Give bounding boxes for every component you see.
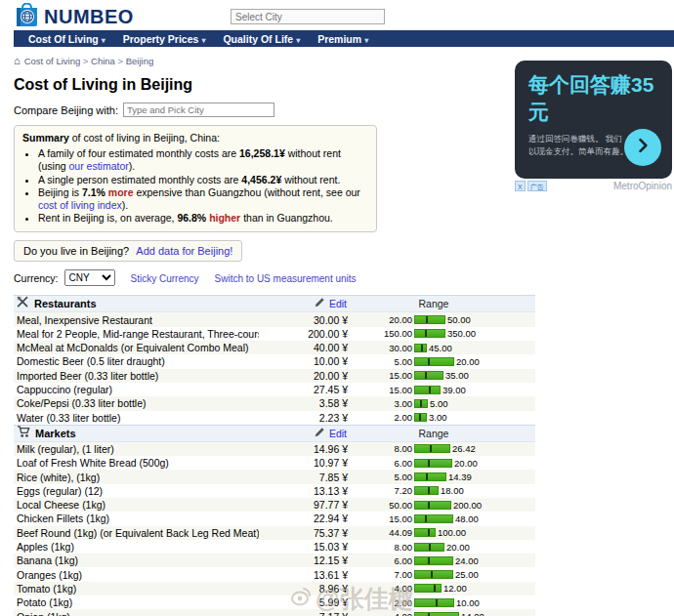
survey-ad[interactable]: 每个回答赚35元 通过回答问卷赚钱。 我们以现金支付。简单而有趣。: [515, 61, 672, 179]
breadcrumb-link-beijing[interactable]: Beijing: [126, 56, 154, 66]
table-row: McMeal at McDonalds (or Equivalent Combo…: [14, 341, 535, 354]
item-label: Coke/Pepsi (0.33 liter bottle): [14, 397, 259, 409]
home-icon[interactable]: ⌂: [14, 56, 21, 66]
add-data-link[interactable]: Add data for Beijing!: [136, 245, 232, 257]
range-high: 39.00: [441, 385, 466, 395]
table-row: Potato (1kg)5.99 ¥2.0010.00: [14, 595, 535, 609]
summary-bullet: A family of four estimated monthly costs…: [38, 147, 368, 173]
range-average-marker: [421, 345, 423, 351]
table-row: Coke/Pepsi (0.33 liter bottle)3.58 ¥3.00…: [14, 396, 535, 410]
item-price: 2.23 ¥: [259, 412, 352, 424]
summary-title: Summary of cost of living in Beijing, Ch…: [22, 132, 368, 144]
currency-select[interactable]: CNY: [64, 269, 115, 286]
range-column-header: Range: [352, 298, 535, 309]
range-average-marker: [428, 557, 430, 564]
pencil-icon: [314, 297, 325, 310]
range-low: 6.00: [352, 458, 414, 469]
item-label: Banana (1kg): [14, 554, 259, 566]
range-high: 50.00: [445, 314, 471, 325]
ad-arrow-button[interactable]: [624, 129, 661, 166]
edit-link[interactable]: Edit: [259, 427, 352, 440]
item-range: 4.0012.00: [352, 583, 535, 594]
text-segment: more: [108, 186, 134, 198]
ad-close-icon[interactable]: X: [515, 181, 526, 191]
range-high: 18.00: [439, 485, 464, 496]
section-restaurants: RestaurantsEditRangeMeal, Inexpensive Re…: [14, 295, 535, 424]
range-average-marker: [428, 460, 430, 467]
range-low: 2.00: [352, 412, 414, 423]
item-label: Onion (1kg): [14, 611, 259, 616]
breadcrumb-link-china[interactable]: China: [91, 56, 115, 66]
numbeo-logo[interactable]: NUMBEO: [14, 3, 134, 31]
item-label: Chicken Fillets (1kg): [14, 513, 259, 524]
chevron-right-icon: [633, 136, 653, 159]
text-segment: Rent in Beijing is, on average,: [38, 212, 177, 224]
live-question: Do you live in Beijing?: [23, 245, 129, 257]
range-low: 150.00: [352, 328, 414, 339]
item-price: 30.00 ¥: [259, 314, 352, 326]
range-average-marker: [436, 599, 438, 606]
adchoices-label[interactable]: 广告: [527, 181, 547, 191]
range-bar: [414, 444, 450, 453]
range-low: 7.00: [352, 569, 414, 580]
text-segment: than in Guangzhou.: [240, 212, 333, 224]
sticky-currency-link[interactable]: Sticky Currency: [131, 273, 199, 284]
range-high: 20.00: [444, 542, 470, 553]
range-low: 8.00: [352, 443, 414, 454]
item-label: Apples (1kg): [14, 541, 259, 553]
adchoices-controls: X广告: [515, 181, 547, 191]
range-bar: [414, 329, 445, 338]
compare-label: Compare Beijing with:: [14, 104, 118, 116]
range-bar: [414, 556, 453, 565]
edit-label: Edit: [329, 298, 347, 309]
item-label: Beef Round (1kg) (or Equivalent Back Leg…: [14, 527, 259, 539]
nav-item-cost-of-living[interactable]: Cost Of Living▾: [20, 33, 114, 45]
item-label: Meal, Inexpensive Restaurant: [14, 314, 259, 326]
range-bar: [414, 386, 441, 394]
item-label: Loaf of Fresh White Bread (500g): [14, 457, 259, 469]
item-range: 6.0024.00: [352, 555, 535, 566]
range-high: 10.00: [454, 597, 480, 608]
item-price: 7.17 ¥: [259, 611, 352, 616]
item-range: 30.0045.00: [352, 343, 535, 353]
cost-of-living-index-link[interactable]: cost of living index: [38, 199, 122, 211]
currency-links: Sticky CurrencySwitch to US measurement …: [131, 272, 357, 284]
item-range: 8.0020.00: [352, 542, 535, 553]
text-segment: 16,258.1¥: [239, 147, 285, 159]
chevron-down-icon: ▾: [201, 36, 205, 45]
section-name: Markets: [35, 428, 76, 439]
nav-item-quality-of-life[interactable]: Quality Of Life▾: [214, 33, 309, 45]
table-row: Tomato (1kg)8.96 ¥4.0012.00: [14, 582, 535, 595]
cart-icon: [17, 425, 30, 442]
breadcrumb-link-cost-of-living[interactable]: Cost of Living: [24, 56, 81, 66]
item-range: 8.0026.42: [352, 443, 535, 454]
switch-to-us-measurement-units-link[interactable]: Switch to US measurement units: [215, 273, 357, 284]
text-segment: higher: [209, 212, 240, 224]
range-high: 20.00: [452, 458, 478, 469]
table-row: Eggs (regular) (12)13.13 ¥7.2018.00: [14, 484, 535, 498]
range-average-marker: [428, 529, 430, 536]
item-label: Eggs (regular) (12): [14, 485, 259, 497]
range-average-marker: [425, 515, 427, 522]
summary-bullets: A family of four estimated monthly costs…: [38, 147, 368, 225]
text-segment: ).: [122, 199, 128, 211]
text-segment: ).: [129, 160, 135, 172]
text-segment: A single person estimated monthly costs …: [38, 174, 241, 185]
nav-item-premium[interactable]: Premium▾: [309, 33, 377, 45]
edit-link[interactable]: Edit: [259, 297, 352, 310]
range-bar: [414, 459, 452, 468]
section-title: Restaurants: [14, 295, 259, 312]
item-range: 150.00350.00: [352, 328, 535, 339]
table-row: Domestic Beer (0.5 liter draught)10.00 ¥…: [14, 354, 535, 368]
compare-city-input[interactable]: [123, 103, 274, 117]
item-label: Cappuccino (regular): [14, 384, 259, 395]
item-price: 97.77 ¥: [259, 499, 352, 511]
city-search-input[interactable]: [231, 9, 385, 24]
nav-item-property-prices[interactable]: Property Prices▾: [114, 33, 215, 45]
summary-bullet: Beijing is 7.1% more expensive than Guan…: [38, 186, 368, 212]
live-prompt-box: Do you live in Beijing? Add data for Bei…: [14, 240, 242, 262]
item-price: 200.00 ¥: [259, 328, 352, 340]
text-segment: of cost of living in Beijing, China:: [69, 132, 220, 144]
range-high: 14.39: [446, 472, 472, 482]
our-estimator-link[interactable]: our estimator: [69, 160, 129, 172]
